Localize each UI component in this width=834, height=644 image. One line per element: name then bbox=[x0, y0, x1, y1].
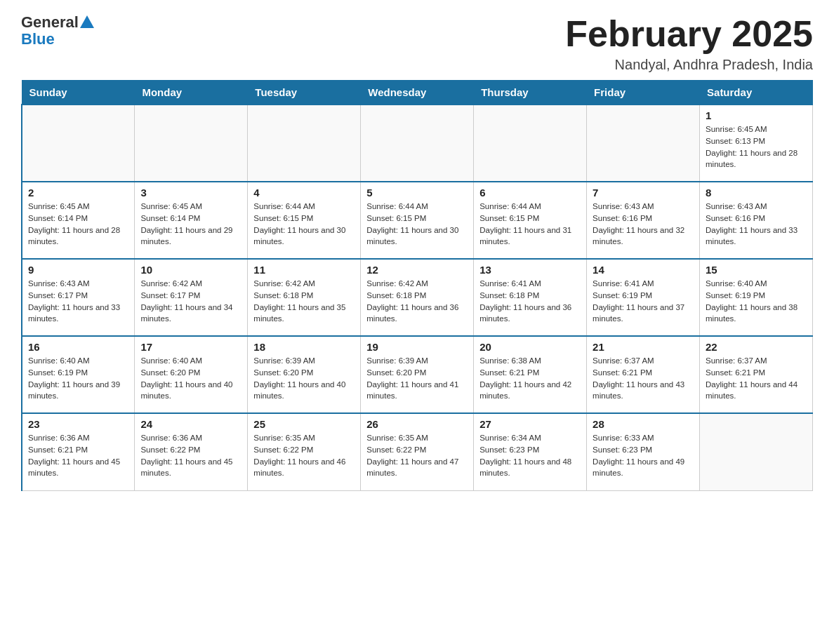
calendar-cell: 12Sunrise: 6:42 AMSunset: 6:18 PMDayligh… bbox=[361, 259, 474, 336]
day-info: Sunrise: 6:42 AMSunset: 6:18 PMDaylight:… bbox=[366, 278, 468, 325]
day-info: Sunrise: 6:37 AMSunset: 6:21 PMDaylight:… bbox=[593, 355, 694, 402]
day-info: Sunrise: 6:34 AMSunset: 6:23 PMDaylight:… bbox=[479, 432, 581, 479]
calendar-cell: 20Sunrise: 6:38 AMSunset: 6:21 PMDayligh… bbox=[474, 336, 587, 413]
day-info: Sunrise: 6:36 AMSunset: 6:21 PMDaylight:… bbox=[28, 432, 128, 479]
calendar-cell: 4Sunrise: 6:44 AMSunset: 6:15 PMDaylight… bbox=[248, 182, 361, 259]
weekday-header-wednesday: Wednesday bbox=[361, 81, 474, 105]
day-info: Sunrise: 6:45 AMSunset: 6:14 PMDaylight:… bbox=[140, 201, 241, 248]
calendar-week-row: 16Sunrise: 6:40 AMSunset: 6:19 PMDayligh… bbox=[22, 336, 813, 413]
day-info: Sunrise: 6:41 AMSunset: 6:19 PMDaylight:… bbox=[593, 278, 694, 325]
logo-general-text: General bbox=[21, 14, 79, 31]
calendar-cell: 3Sunrise: 6:45 AMSunset: 6:14 PMDaylight… bbox=[135, 182, 248, 259]
calendar-cell: 23Sunrise: 6:36 AMSunset: 6:21 PMDayligh… bbox=[22, 413, 135, 490]
day-info: Sunrise: 6:45 AMSunset: 6:13 PMDaylight:… bbox=[706, 123, 807, 170]
day-number: 25 bbox=[253, 418, 355, 430]
day-info: Sunrise: 6:44 AMSunset: 6:15 PMDaylight:… bbox=[253, 201, 355, 248]
day-info: Sunrise: 6:35 AMSunset: 6:22 PMDaylight:… bbox=[366, 432, 468, 479]
calendar-cell: 8Sunrise: 6:43 AMSunset: 6:16 PMDaylight… bbox=[700, 182, 813, 259]
calendar-cell: 18Sunrise: 6:39 AMSunset: 6:20 PMDayligh… bbox=[248, 336, 361, 413]
day-number: 5 bbox=[366, 187, 468, 199]
calendar-cell bbox=[248, 105, 361, 182]
calendar-cell: 11Sunrise: 6:42 AMSunset: 6:18 PMDayligh… bbox=[248, 259, 361, 336]
calendar-cell: 10Sunrise: 6:42 AMSunset: 6:17 PMDayligh… bbox=[135, 259, 248, 336]
day-number: 23 bbox=[28, 418, 128, 430]
calendar-cell: 28Sunrise: 6:33 AMSunset: 6:23 PMDayligh… bbox=[587, 413, 700, 490]
day-info: Sunrise: 6:43 AMSunset: 6:16 PMDaylight:… bbox=[593, 201, 694, 248]
page-header: General Blue February 2025 Nandyal, Andh… bbox=[21, 14, 813, 73]
day-number: 22 bbox=[706, 341, 807, 353]
day-info: Sunrise: 6:35 AMSunset: 6:22 PMDaylight:… bbox=[253, 432, 355, 479]
calendar-cell: 9Sunrise: 6:43 AMSunset: 6:17 PMDaylight… bbox=[22, 259, 135, 336]
day-number: 17 bbox=[140, 341, 241, 353]
calendar-cell: 14Sunrise: 6:41 AMSunset: 6:19 PMDayligh… bbox=[587, 259, 700, 336]
calendar-cell: 2Sunrise: 6:45 AMSunset: 6:14 PMDaylight… bbox=[22, 182, 135, 259]
calendar-cell bbox=[474, 105, 587, 182]
calendar-cell: 16Sunrise: 6:40 AMSunset: 6:19 PMDayligh… bbox=[22, 336, 135, 413]
calendar-subtitle: Nandyal, Andhra Pradesh, India bbox=[565, 57, 813, 73]
day-number: 9 bbox=[28, 264, 128, 276]
day-info: Sunrise: 6:42 AMSunset: 6:18 PMDaylight:… bbox=[253, 278, 355, 325]
calendar-cell bbox=[587, 105, 700, 182]
weekday-header-saturday: Saturday bbox=[700, 81, 813, 105]
day-number: 13 bbox=[479, 264, 581, 276]
day-number: 15 bbox=[706, 264, 807, 276]
calendar-cell: 26Sunrise: 6:35 AMSunset: 6:22 PMDayligh… bbox=[361, 413, 474, 490]
weekday-header-thursday: Thursday bbox=[474, 81, 587, 105]
calendar-cell: 15Sunrise: 6:40 AMSunset: 6:19 PMDayligh… bbox=[700, 259, 813, 336]
calendar-cell: 25Sunrise: 6:35 AMSunset: 6:22 PMDayligh… bbox=[248, 413, 361, 490]
day-number: 2 bbox=[28, 187, 128, 199]
calendar-cell: 22Sunrise: 6:37 AMSunset: 6:21 PMDayligh… bbox=[700, 336, 813, 413]
day-number: 3 bbox=[140, 187, 241, 199]
calendar-cell: 13Sunrise: 6:41 AMSunset: 6:18 PMDayligh… bbox=[474, 259, 587, 336]
calendar-week-row: 1Sunrise: 6:45 AMSunset: 6:13 PMDaylight… bbox=[22, 105, 813, 182]
day-info: Sunrise: 6:40 AMSunset: 6:19 PMDaylight:… bbox=[706, 278, 807, 325]
calendar-cell: 27Sunrise: 6:34 AMSunset: 6:23 PMDayligh… bbox=[474, 413, 587, 490]
day-number: 20 bbox=[479, 341, 581, 353]
calendar-cell bbox=[135, 105, 248, 182]
calendar-week-row: 2Sunrise: 6:45 AMSunset: 6:14 PMDaylight… bbox=[22, 182, 813, 259]
day-number: 16 bbox=[28, 341, 128, 353]
day-number: 6 bbox=[479, 187, 581, 199]
calendar-table: SundayMondayTuesdayWednesdayThursdayFrid… bbox=[21, 80, 813, 491]
calendar-cell: 7Sunrise: 6:43 AMSunset: 6:16 PMDaylight… bbox=[587, 182, 700, 259]
calendar-cell bbox=[700, 413, 813, 490]
day-info: Sunrise: 6:42 AMSunset: 6:17 PMDaylight:… bbox=[140, 278, 241, 325]
day-info: Sunrise: 6:39 AMSunset: 6:20 PMDaylight:… bbox=[366, 355, 468, 402]
weekday-header-tuesday: Tuesday bbox=[248, 81, 361, 105]
day-info: Sunrise: 6:36 AMSunset: 6:22 PMDaylight:… bbox=[140, 432, 241, 479]
calendar-cell bbox=[361, 105, 474, 182]
day-number: 14 bbox=[593, 264, 694, 276]
weekday-header-friday: Friday bbox=[587, 81, 700, 105]
day-info: Sunrise: 6:43 AMSunset: 6:17 PMDaylight:… bbox=[28, 278, 128, 325]
day-info: Sunrise: 6:33 AMSunset: 6:23 PMDaylight:… bbox=[593, 432, 694, 479]
calendar-cell: 19Sunrise: 6:39 AMSunset: 6:20 PMDayligh… bbox=[361, 336, 474, 413]
logo-triangle-icon bbox=[80, 15, 94, 28]
day-number: 18 bbox=[253, 341, 355, 353]
day-number: 10 bbox=[140, 264, 241, 276]
day-number: 1 bbox=[706, 109, 807, 121]
calendar-title: February 2025 bbox=[565, 14, 813, 54]
calendar-week-row: 9Sunrise: 6:43 AMSunset: 6:17 PMDaylight… bbox=[22, 259, 813, 336]
calendar-cell: 6Sunrise: 6:44 AMSunset: 6:15 PMDaylight… bbox=[474, 182, 587, 259]
calendar-cell: 17Sunrise: 6:40 AMSunset: 6:20 PMDayligh… bbox=[135, 336, 248, 413]
day-number: 27 bbox=[479, 418, 581, 430]
day-info: Sunrise: 6:43 AMSunset: 6:16 PMDaylight:… bbox=[706, 201, 807, 248]
logo-blue-text: Blue bbox=[21, 30, 55, 48]
title-block: February 2025 Nandyal, Andhra Pradesh, I… bbox=[565, 14, 813, 73]
calendar-cell: 21Sunrise: 6:37 AMSunset: 6:21 PMDayligh… bbox=[587, 336, 700, 413]
calendar-cell: 24Sunrise: 6:36 AMSunset: 6:22 PMDayligh… bbox=[135, 413, 248, 490]
day-number: 8 bbox=[706, 187, 807, 199]
day-info: Sunrise: 6:39 AMSunset: 6:20 PMDaylight:… bbox=[253, 355, 355, 402]
weekday-header-sunday: Sunday bbox=[22, 81, 135, 105]
day-info: Sunrise: 6:44 AMSunset: 6:15 PMDaylight:… bbox=[479, 201, 581, 248]
logo: General Blue bbox=[21, 14, 94, 48]
weekday-header-monday: Monday bbox=[135, 81, 248, 105]
day-info: Sunrise: 6:41 AMSunset: 6:18 PMDaylight:… bbox=[479, 278, 581, 325]
day-info: Sunrise: 6:37 AMSunset: 6:21 PMDaylight:… bbox=[706, 355, 807, 402]
day-number: 4 bbox=[253, 187, 355, 199]
day-number: 19 bbox=[366, 341, 468, 353]
day-info: Sunrise: 6:45 AMSunset: 6:14 PMDaylight:… bbox=[28, 201, 128, 248]
calendar-cell: 1Sunrise: 6:45 AMSunset: 6:13 PMDaylight… bbox=[700, 105, 813, 182]
day-number: 11 bbox=[253, 264, 355, 276]
weekday-header-row: SundayMondayTuesdayWednesdayThursdayFrid… bbox=[22, 81, 813, 105]
